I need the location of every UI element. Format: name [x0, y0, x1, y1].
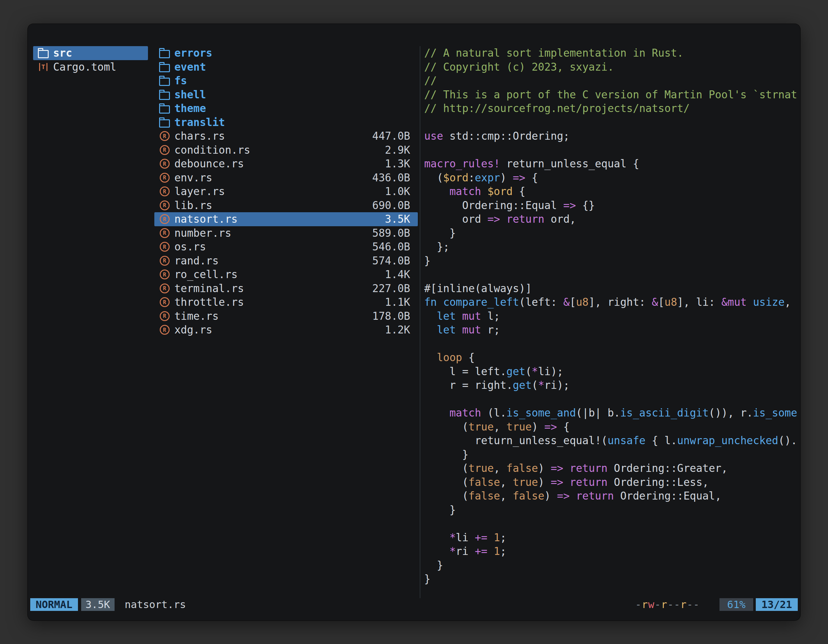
file-size: 227.0B	[372, 282, 410, 295]
file-name: xdg.rs	[174, 324, 212, 336]
file-size: 589.0B	[372, 227, 410, 239]
file-name: natsort.rs	[174, 213, 238, 225]
file-name: os.rs	[174, 241, 206, 253]
panel-divider	[420, 46, 420, 598]
toml-file-icon	[39, 63, 47, 71]
folder-icon	[159, 78, 170, 86]
folder-icon	[159, 105, 170, 114]
rust-file-icon	[160, 173, 169, 183]
status-left: NORMAL 3.5K natsort.rs	[30, 598, 186, 611]
file-name: theme	[174, 102, 206, 114]
file-name: throttle.rs	[174, 296, 244, 308]
file-name: translit	[174, 116, 225, 128]
file-size: 546.0B	[372, 241, 410, 253]
rust-file-icon	[160, 186, 169, 196]
file-name: ro_cell.rs	[174, 268, 238, 280]
file-name: terminal.rs	[174, 282, 244, 295]
rust-file-icon	[160, 256, 169, 266]
file-row[interactable]: src	[33, 46, 148, 60]
parent-panel: src Cargo.toml	[33, 46, 148, 74]
file-name: shell	[174, 88, 206, 101]
file-size: 447.0B	[372, 130, 410, 142]
file-row[interactable]: chars.rs 447.0B	[154, 129, 418, 143]
file-size-badge: 3.5K	[81, 598, 114, 611]
folder-icon	[159, 119, 170, 128]
code-preview: // A natural sort implementation in Rust…	[424, 46, 797, 586]
file-name: condition.rs	[174, 144, 250, 156]
file-row[interactable]: terminal.rs 227.0B	[154, 282, 418, 296]
folder-icon	[38, 50, 49, 58]
file-name: time.rs	[174, 310, 219, 322]
file-row[interactable]: fs	[154, 74, 418, 88]
file-row[interactable]: event	[154, 60, 418, 74]
file-row[interactable]: os.rs 546.0B	[154, 240, 418, 254]
file-row[interactable]: theme	[154, 102, 418, 116]
file-row[interactable]: rand.rs 574.0B	[154, 254, 418, 268]
file-row[interactable]: xdg.rs 1.2K	[154, 323, 418, 337]
file-size: 178.0B	[372, 310, 410, 322]
file-size: 436.0B	[372, 171, 410, 184]
status-filename: natsort.rs	[125, 599, 186, 611]
folder-icon	[159, 50, 170, 58]
file-size: 1.3K	[385, 158, 410, 170]
folder-icon	[159, 92, 170, 100]
file-name: chars.rs	[174, 130, 225, 142]
file-name: event	[174, 61, 206, 73]
rust-file-icon	[160, 270, 169, 279]
file-row[interactable]: natsort.rs 3.5K	[154, 212, 418, 226]
file-size: 1.0K	[385, 185, 410, 197]
cursor-position-badge: 13/21	[756, 598, 798, 611]
file-name: errors	[174, 47, 212, 59]
file-size: 3.5K	[385, 213, 410, 225]
scroll-percent-badge: 61%	[720, 598, 753, 611]
rust-file-icon	[160, 228, 169, 238]
rust-file-icon	[160, 159, 169, 169]
file-row[interactable]: debounce.rs 1.3K	[154, 157, 418, 171]
file-name: number.rs	[174, 227, 231, 239]
file-row[interactable]: shell	[154, 88, 418, 102]
file-row[interactable]: ro_cell.rs 1.4K	[154, 268, 418, 282]
rust-file-icon	[160, 284, 169, 293]
file-name: rand.rs	[174, 255, 219, 267]
file-name: env.rs	[174, 171, 212, 184]
file-name: debounce.rs	[174, 158, 244, 170]
rust-file-icon	[160, 214, 169, 224]
file-name: lib.rs	[174, 199, 212, 212]
file-size: 1.2K	[385, 324, 410, 336]
file-permissions: -rw-r--r--	[635, 599, 700, 611]
file-row[interactable]: translit	[154, 116, 418, 130]
file-row[interactable]: condition.rs 2.9K	[154, 143, 418, 157]
current-directory-panel: errors event fs	[154, 46, 418, 337]
file-size: 2.9K	[385, 144, 410, 156]
file-row[interactable]: env.rs 436.0B	[154, 171, 418, 185]
file-row[interactable]: layer.rs 1.0K	[154, 185, 418, 199]
rust-file-icon	[160, 325, 169, 335]
status-right: -rw-r--r-- 61% 13/21	[635, 598, 798, 611]
rust-file-icon	[160, 145, 169, 155]
file-row[interactable]: errors	[154, 46, 418, 60]
folder-icon	[159, 64, 170, 72]
file-name: Cargo.toml	[53, 61, 116, 73]
file-row[interactable]: lib.rs 690.0B	[154, 199, 418, 213]
rust-file-icon	[160, 297, 169, 307]
mode-badge: NORMAL	[30, 598, 78, 611]
terminal-window: src Cargo.toml errors	[28, 24, 800, 620]
preview-panel: // A natural sort implementation in Rust…	[424, 24, 797, 598]
file-row[interactable]: throttle.rs 1.1K	[154, 295, 418, 309]
file-name: layer.rs	[174, 185, 225, 197]
file-name: fs	[174, 74, 187, 87]
file-row[interactable]: time.rs 178.0B	[154, 309, 418, 323]
file-row[interactable]: Cargo.toml	[33, 60, 148, 74]
file-name: src	[53, 47, 72, 59]
file-size: 690.0B	[372, 199, 410, 212]
rust-file-icon	[160, 311, 169, 321]
file-size: 1.4K	[385, 268, 410, 280]
file-size: 1.1K	[385, 296, 410, 308]
status-bar: NORMAL 3.5K natsort.rs -rw-r--r-- 61% 13…	[30, 598, 798, 611]
file-row[interactable]: number.rs 589.0B	[154, 226, 418, 240]
file-size: 574.0B	[372, 255, 410, 267]
rust-file-icon	[160, 242, 169, 252]
rust-file-icon	[160, 201, 169, 210]
rust-file-icon	[160, 131, 169, 141]
